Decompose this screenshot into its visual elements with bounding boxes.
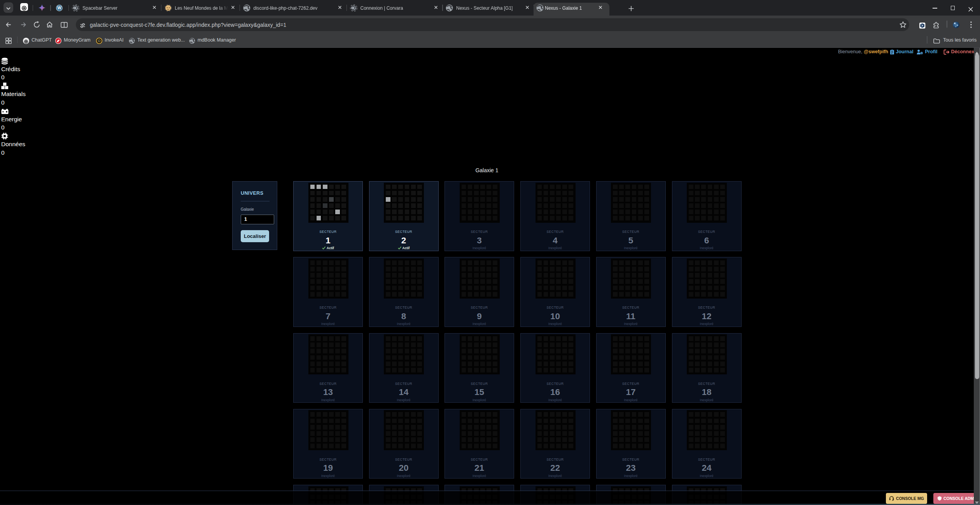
svg-text:W: W <box>58 5 61 10</box>
